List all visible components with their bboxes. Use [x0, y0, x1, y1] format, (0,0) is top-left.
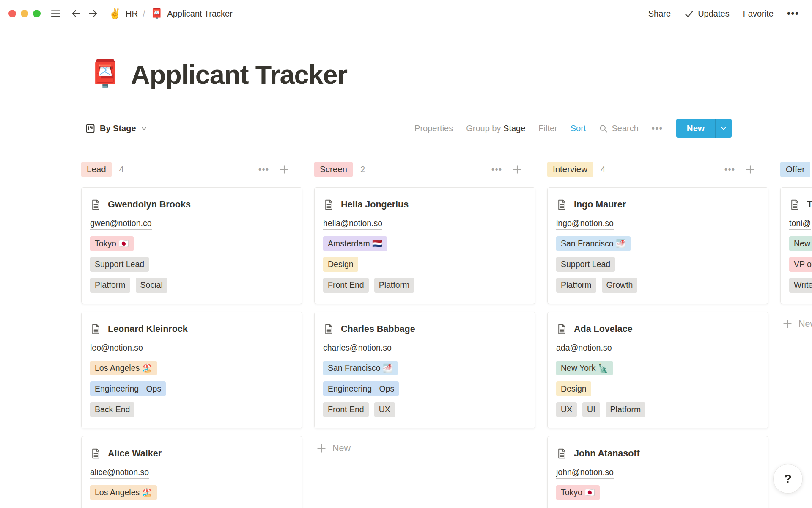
page-doc-icon	[556, 199, 568, 210]
tag-row: UXUIPlatform	[556, 402, 760, 417]
card-email[interactable]: ingo@notion.so	[556, 218, 760, 230]
card-title-row: Charles Babbage	[323, 321, 527, 337]
window-zoom-button[interactable]	[33, 10, 41, 17]
hamburger-icon	[50, 8, 61, 19]
kanban-card[interactable]: John Atanasoffjohn@notion.soTokyo 🇯🇵	[547, 436, 768, 508]
card-name: Ada Lovelace	[574, 324, 633, 334]
new-button[interactable]: New	[676, 119, 732, 138]
tag-row: VP of	[789, 257, 812, 272]
tag-pill: Front End	[323, 402, 369, 417]
column-more-icon[interactable]: •••	[724, 165, 735, 174]
tag-pill: Social	[136, 278, 167, 293]
tag-pill: Platform	[556, 278, 596, 293]
column-title-pill[interactable]: Interview	[547, 162, 593, 177]
tag-row: PlatformSocial	[90, 278, 294, 293]
window-minimize-button[interactable]	[21, 10, 28, 17]
card-email[interactable]: charles@notion.so	[323, 342, 527, 355]
column-header-actions: •••	[258, 164, 290, 175]
page-icon[interactable]: 📮	[89, 58, 121, 89]
column-cards: Gwendolyn Brooksgwen@notion.coTokyo 🇯🇵Su…	[81, 187, 302, 508]
kanban-card[interactable]: Ingo Maureringo@notion.soSan Francisco 🌁…	[547, 187, 768, 304]
kanban-board: Lead4•••Gwendolyn Brooksgwen@notion.coTo…	[81, 162, 812, 508]
help-button[interactable]: ?	[773, 464, 803, 494]
add-card-button[interactable]: New	[780, 318, 812, 329]
view-switcher[interactable]: By Stage	[85, 124, 147, 133]
card-title-row: John Atanasoff	[556, 446, 760, 461]
window-close-button[interactable]	[8, 10, 16, 17]
column-title-pill[interactable]: Lead	[81, 162, 112, 177]
card-email[interactable]: hella@notion.so	[323, 218, 527, 230]
tag-pill: Support Lead	[556, 257, 615, 272]
card-email[interactable]: toni@	[789, 218, 812, 230]
tag-pill: Growth	[602, 278, 638, 293]
column-more-icon[interactable]: •••	[258, 165, 269, 174]
column-title-pill[interactable]: Offer	[780, 162, 810, 177]
card-email[interactable]: alice@notion.so	[90, 467, 294, 479]
column-title-pill[interactable]: Screen	[314, 162, 353, 177]
forward-button[interactable]	[88, 8, 99, 19]
tag-row: Engineering - Ops	[323, 381, 527, 396]
favorite-button[interactable]: Favorite	[743, 9, 774, 19]
board-column-interview: Interview4•••Ingo Maureringo@notion.soSa…	[547, 162, 768, 508]
card-name: Toni	[807, 199, 812, 210]
tag-row: Front EndUX	[323, 402, 527, 417]
tag-row: San Francisco 🌁	[556, 236, 760, 251]
card-email[interactable]: ada@notion.so	[556, 342, 760, 355]
column-cards: Ingo Maureringo@notion.soSan Francisco 🌁…	[547, 187, 768, 508]
card-email[interactable]: gwen@notion.co	[90, 218, 294, 230]
filter-button[interactable]: Filter	[538, 124, 557, 133]
back-button[interactable]	[71, 8, 82, 19]
column-more-icon[interactable]: •••	[491, 165, 502, 174]
column-cards: Hella Jongeriushella@notion.soAmsterdam …	[314, 187, 535, 428]
card-name: Ingo Maurer	[574, 199, 626, 210]
updates-button[interactable]: Updates	[684, 9, 730, 19]
topbar-actions: Share Updates Favorite •••	[648, 8, 799, 19]
tag-pill: New York	[789, 236, 812, 251]
kanban-card[interactable]: Charles Babbagecharles@notion.soSan Fran…	[314, 312, 535, 428]
tag-pill: Platform	[606, 402, 646, 417]
tag-row: Design	[323, 257, 527, 272]
column-header: Screen2•••	[314, 162, 535, 177]
sidebar-toggle-button[interactable]	[50, 8, 61, 19]
page-title[interactable]: Applicant Tracker	[131, 58, 347, 91]
kanban-card[interactable]: Hella Jongeriushella@notion.soAmsterdam …	[314, 187, 535, 304]
kanban-card[interactable]: Tonitoni@New YorkVP ofWriter	[780, 187, 812, 304]
new-dropdown-button[interactable]	[715, 119, 732, 138]
tag-row: Support Lead	[90, 257, 294, 272]
toolbar-more-button[interactable]: •••	[652, 124, 663, 133]
sort-button[interactable]: Sort	[571, 124, 586, 133]
card-title-row: Alice Walker	[90, 446, 294, 461]
card-email[interactable]: leo@notion.so	[90, 342, 294, 355]
add-card-button[interactable]: New	[314, 443, 535, 454]
page-doc-icon	[556, 323, 568, 335]
tag-pill: New York 🗽	[556, 361, 613, 375]
column-add-icon[interactable]	[745, 164, 756, 175]
kanban-card[interactable]: Alice Walkeralice@notion.soLos Angeles 🏖…	[81, 436, 302, 508]
properties-button[interactable]: Properties	[414, 124, 453, 133]
plus-icon	[782, 318, 793, 329]
chevron-down-icon	[141, 125, 147, 132]
breadcrumb-page[interactable]: Applicant Tracker	[167, 9, 233, 19]
card-title-row: Gwendolyn Brooks	[90, 197, 294, 212]
new-button-label[interactable]: New	[676, 119, 715, 138]
share-button[interactable]: Share	[648, 9, 671, 19]
tag-row: New York 🗽	[556, 361, 760, 375]
question-mark: ?	[784, 472, 792, 486]
breadcrumb-workspace[interactable]: HR	[126, 9, 138, 19]
search-button[interactable]: Search	[599, 124, 638, 133]
tag-pill: Writer	[789, 278, 812, 293]
tag-row: New York	[789, 236, 812, 251]
group-by-button[interactable]: Group by Stage	[466, 124, 525, 133]
kanban-card[interactable]: Ada Lovelaceada@notion.soNew York 🗽Desig…	[547, 312, 768, 428]
card-name: Gwendolyn Brooks	[108, 199, 191, 210]
kanban-card[interactable]: Gwendolyn Brooksgwen@notion.coTokyo 🇯🇵Su…	[81, 187, 302, 304]
tag-row: Tokyo 🇯🇵	[90, 236, 294, 251]
more-button[interactable]: •••	[787, 8, 799, 19]
search-icon	[599, 124, 608, 133]
kanban-card[interactable]: Leonard Kleinrockleo@notion.soLos Angele…	[81, 312, 302, 428]
column-add-icon[interactable]	[279, 164, 290, 175]
card-email[interactable]: john@notion.so	[556, 467, 760, 479]
page-doc-icon	[556, 448, 568, 459]
board-column-lead: Lead4•••Gwendolyn Brooksgwen@notion.coTo…	[81, 162, 302, 508]
column-add-icon[interactable]	[512, 164, 523, 175]
